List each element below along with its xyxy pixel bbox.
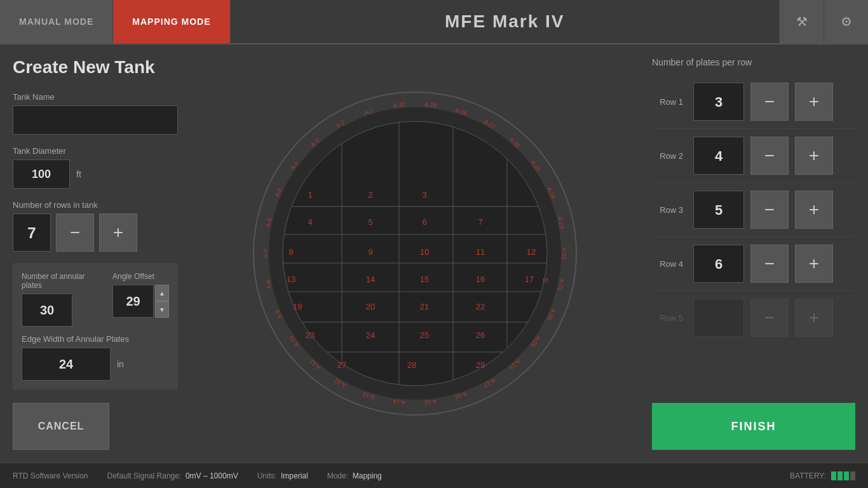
rows-decrement-button[interactable]: − bbox=[56, 214, 94, 252]
svg-text:18: 18 bbox=[542, 277, 548, 283]
mode-label: Mode: bbox=[327, 471, 348, 480]
svg-text:13: 13 bbox=[287, 274, 295, 284]
row-1-decrement-button[interactable]: − bbox=[750, 83, 789, 121]
signal-value: 0mV – 1000mV bbox=[186, 471, 238, 480]
diameter-unit: ft bbox=[76, 169, 81, 179]
page-title: Create New Tank bbox=[13, 57, 178, 78]
battery-bar-4 bbox=[850, 471, 855, 480]
row-4-decrement-button[interactable]: − bbox=[750, 245, 789, 283]
svg-text:A-22: A-22 bbox=[561, 247, 567, 259]
row-3-value: 5 bbox=[693, 191, 744, 229]
row-1-label: Row 1 bbox=[652, 97, 687, 107]
annular-plates-input[interactable] bbox=[22, 294, 72, 327]
units: Units: Imperial bbox=[257, 471, 308, 480]
svg-text:27: 27 bbox=[337, 360, 346, 370]
svg-text:24: 24 bbox=[366, 330, 375, 340]
battery-bar-1 bbox=[831, 471, 836, 480]
angle-col: Angle Offset ▲ ▼ bbox=[112, 272, 169, 318]
plate-row-4: Row 4 6 − + bbox=[652, 237, 855, 291]
svg-text:1: 1 bbox=[308, 190, 312, 200]
svg-point-3 bbox=[283, 121, 547, 386]
edge-unit: in bbox=[117, 359, 124, 369]
row-5-label: Row 5 bbox=[652, 313, 687, 323]
header-icons: ⚒ ⚙ bbox=[779, 0, 868, 43]
edge-input[interactable] bbox=[22, 348, 111, 381]
svg-text:A-14: A-14 bbox=[393, 398, 405, 406]
row-2-value: 4 bbox=[693, 137, 744, 175]
tab-manual-mode[interactable]: MANUAL MODE bbox=[0, 0, 113, 43]
plate-row-2: Row 2 4 − + bbox=[652, 129, 855, 183]
finish-button[interactable]: FINISH bbox=[652, 403, 855, 450]
row-5-value bbox=[693, 299, 744, 337]
diameter-label: Tank Diameter bbox=[13, 146, 178, 156]
left-panel: Create New Tank Tank Name Tank Diameter … bbox=[13, 57, 178, 450]
svg-text:7: 7 bbox=[478, 217, 482, 227]
svg-text:2: 2 bbox=[368, 190, 372, 200]
annular-label: Number of annular plates bbox=[22, 272, 102, 290]
gear-icon-button[interactable]: ⚙ bbox=[824, 0, 868, 43]
row-5-decrement-button[interactable]: − bbox=[750, 299, 789, 337]
plates-per-row-header: Number of plates per row bbox=[652, 57, 855, 67]
row-4-increment-button[interactable]: + bbox=[795, 245, 833, 283]
svg-text:8: 8 bbox=[288, 247, 293, 257]
edge-label: Edge Width of Annular Plates bbox=[22, 334, 169, 344]
footer: RTD Software Version Default Signal Rang… bbox=[0, 463, 868, 488]
svg-text:29: 29 bbox=[476, 360, 485, 370]
svg-text:26: 26 bbox=[476, 330, 485, 340]
row-2-label: Row 2 bbox=[652, 151, 687, 161]
angle-up-button[interactable]: ▲ bbox=[155, 285, 169, 301]
angle-label: Angle Offset bbox=[112, 272, 169, 281]
svg-text:12: 12 bbox=[527, 247, 536, 257]
annular-section: Number of annular plates Angle Offset ▲ … bbox=[13, 263, 178, 390]
signal-label: Default Signal Range: bbox=[107, 471, 182, 480]
tab-mapping-mode[interactable]: MAPPING MODE bbox=[113, 0, 230, 43]
plates-table: Row 1 3 − + Row 2 4 − + Row 3 5 − + Row … bbox=[652, 75, 855, 396]
svg-text:10: 10 bbox=[420, 247, 429, 257]
svg-text:25: 25 bbox=[420, 330, 429, 340]
rows-increment-button[interactable]: + bbox=[99, 214, 137, 252]
svg-text:A-7: A-7 bbox=[262, 249, 269, 258]
svg-text:14: 14 bbox=[366, 274, 375, 284]
row-3-increment-button[interactable]: + bbox=[795, 191, 833, 229]
svg-text:4: 4 bbox=[308, 217, 312, 227]
center-panel: 1 2 3 4 5 6 7 8 9 10 11 12 13 14 1 bbox=[191, 57, 639, 450]
diameter-input[interactable] bbox=[13, 159, 70, 189]
row-4-label: Row 4 bbox=[652, 259, 687, 269]
svg-text:23: 23 bbox=[306, 330, 315, 340]
row-3-decrement-button[interactable]: − bbox=[750, 191, 789, 229]
plate-row-5: Row 5 − + bbox=[652, 291, 855, 345]
mode: Mode: Mapping bbox=[327, 471, 382, 480]
right-panel: Number of plates per row Row 1 3 − + Row… bbox=[652, 57, 855, 450]
annular-plates-col: Number of annular plates bbox=[22, 272, 102, 327]
battery-bar-3 bbox=[844, 471, 849, 480]
svg-text:20: 20 bbox=[366, 302, 375, 311]
tank-name-input[interactable] bbox=[13, 105, 178, 135]
wrench-icon-button[interactable]: ⚒ bbox=[779, 0, 824, 43]
svg-text:3: 3 bbox=[422, 190, 426, 200]
tank-name-label: Tank Name bbox=[13, 92, 178, 102]
svg-text:28: 28 bbox=[407, 360, 416, 370]
edge-section: Edge Width of Annular Plates in bbox=[22, 334, 169, 381]
svg-text:21: 21 bbox=[420, 302, 429, 311]
battery-label: BATTERY: bbox=[790, 471, 826, 480]
rows-value: 7 bbox=[13, 214, 51, 252]
plate-row-1: Row 1 3 − + bbox=[652, 75, 855, 129]
row-1-value: 3 bbox=[693, 83, 744, 121]
battery-bar-2 bbox=[837, 471, 843, 480]
main-content: Create New Tank Tank Name Tank Diameter … bbox=[0, 44, 868, 463]
mode-value: Mapping bbox=[353, 471, 382, 480]
row-3-label: Row 3 bbox=[652, 205, 687, 215]
row-5-increment-button[interactable]: + bbox=[795, 299, 833, 337]
row-2-increment-button[interactable]: + bbox=[795, 137, 833, 175]
row-2-decrement-button[interactable]: − bbox=[750, 137, 789, 175]
svg-text:A-15: A-15 bbox=[424, 398, 437, 406]
cancel-button[interactable]: CANCEL bbox=[13, 403, 109, 450]
svg-text:A-29: A-29 bbox=[424, 101, 437, 109]
svg-text:17: 17 bbox=[525, 274, 534, 284]
rows-section: Number of rows in tank 7 − + bbox=[13, 200, 178, 252]
angle-down-button[interactable]: ▼ bbox=[155, 301, 169, 318]
tank-name-field: Tank Name bbox=[13, 92, 178, 135]
angle-input[interactable] bbox=[112, 285, 154, 318]
row-4-value: 6 bbox=[693, 245, 744, 283]
row-1-increment-button[interactable]: + bbox=[795, 83, 833, 121]
